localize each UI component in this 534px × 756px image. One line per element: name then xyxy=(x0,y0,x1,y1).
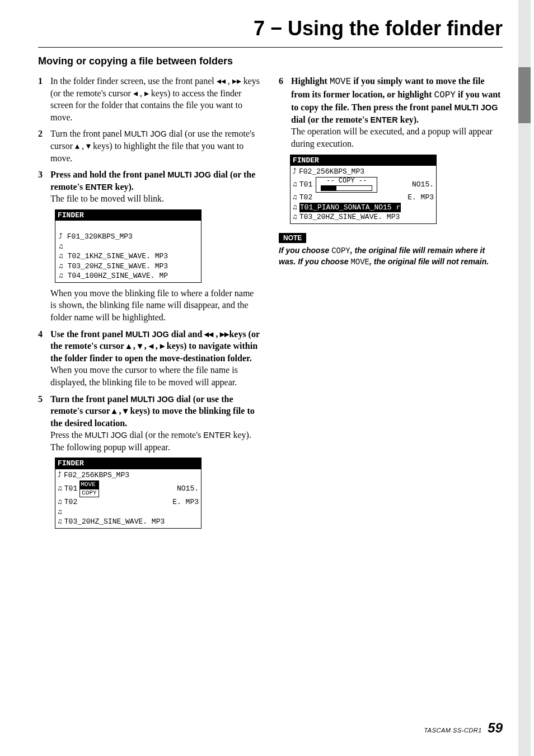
left-icon: ◂ xyxy=(149,341,153,351)
multi-jog-label: MULTI JOG xyxy=(85,431,127,440)
lcd-text: T01 xyxy=(64,484,77,494)
step-5: 5 Turn the front panel MULTI JOG dial (o… xyxy=(38,393,262,454)
multi-jog-label: MULTI JOG xyxy=(455,103,498,112)
lcd-line: T04_100HZ_SINE_WAVE. MP xyxy=(68,272,168,280)
left-icon: ◂ xyxy=(133,88,138,98)
fast-forward-icon: ▸▸ xyxy=(220,329,229,339)
page-number: 59 xyxy=(488,720,503,735)
note-icon: ♫ xyxy=(58,497,62,507)
text: , xyxy=(138,88,144,98)
lcd-line: T02_1KHZ_SINE_WAVE. MP3 xyxy=(68,252,168,260)
lcd-line: F02_256KBPS_MP3 xyxy=(299,167,364,177)
text: , xyxy=(142,341,149,351)
rewind-icon: ◂◂ xyxy=(217,76,226,86)
right-icon: ▸ xyxy=(160,341,165,351)
right-column: 6 Highlight MOVE if you simply want to m… xyxy=(279,75,503,533)
move-literal: MOVE xyxy=(350,258,369,267)
up-icon: ▴ xyxy=(127,341,131,351)
text: Press and hold the front panel xyxy=(50,170,167,179)
lcd-text: E. MP3 xyxy=(172,497,199,507)
text: dial and xyxy=(169,329,205,339)
copy-popup-label: -- COPY -- xyxy=(318,178,374,185)
note-icon: ♫ xyxy=(59,252,63,260)
text: , xyxy=(131,341,138,351)
popup-option-copy: COPY xyxy=(79,489,99,497)
note-icon: ♫ xyxy=(58,507,62,517)
lcd-line: F02_256KBPS_MP3 xyxy=(64,470,129,480)
left-column: 1 In the folder finder screen, use the f… xyxy=(38,75,262,533)
copy-popup: -- COPY -- xyxy=(316,177,377,193)
note-icon: ♫ xyxy=(293,193,297,203)
move-copy-popup: MOVE COPY xyxy=(79,480,99,497)
lcd-line: F01_320KBPS_MP3 xyxy=(67,232,133,241)
note-icon: ♫ xyxy=(58,517,62,527)
progress-bar xyxy=(321,185,372,191)
text: In the folder finder screen, use the fro… xyxy=(50,76,217,86)
lcd-line: T03_20HZ_SINE_WAVE. MP3 xyxy=(68,262,168,270)
step-6: 6 Highlight MOVE if you simply want to m… xyxy=(279,75,503,150)
multi-jog-label: MULTI JOG xyxy=(124,129,167,138)
note-badge: NOTE xyxy=(279,233,306,243)
text: , xyxy=(79,141,86,151)
text: , xyxy=(116,406,123,416)
multi-jog-label: MULTI JOG xyxy=(167,170,211,179)
copy-literal: COPY xyxy=(434,90,456,100)
lcd-line: T03_20HZ_SINE_WAVE. MP3 xyxy=(299,212,400,222)
lcd-text: T01 xyxy=(299,180,312,190)
lcd-header: FINDER xyxy=(55,458,201,469)
divider xyxy=(38,47,503,48)
text: key). xyxy=(398,115,419,124)
text: , xyxy=(226,76,232,86)
popup-option-move: MOVE xyxy=(79,480,99,489)
note-icon: ♫ xyxy=(293,212,297,222)
folder-up-icon: ⤴ xyxy=(58,470,62,480)
sub-text: The operation will be executed, and a po… xyxy=(291,127,493,148)
folder-up-icon: ⤴ xyxy=(59,232,63,241)
lcd-screenshot-1: FINDER ⤴ F01_320KBPS_MP3 ♫ ♫ T02_1KHZ_SI… xyxy=(55,209,202,283)
step-number: 2 xyxy=(38,128,50,164)
text: Highlight xyxy=(291,76,330,86)
note-icon: ♫ xyxy=(59,242,63,251)
note-icon: ♫ xyxy=(293,203,297,213)
enter-label: ENTER xyxy=(85,183,113,192)
lcd-text: T02 xyxy=(299,193,312,203)
sub-text: The file to be moved will blink. xyxy=(50,194,164,203)
sub-text: When you move the cursor to where the fi… xyxy=(50,365,238,387)
text: key). xyxy=(113,182,134,192)
footer-brand: TASCAM SS-CDR1 xyxy=(424,727,481,734)
text: dial (or the remote's xyxy=(128,430,204,440)
step-2: 2 Turn the front panel MULTI JOG dial (o… xyxy=(38,128,262,164)
page-edge-tabs xyxy=(518,0,531,756)
copy-literal: COPY xyxy=(331,246,350,255)
chapter-title: 7 − Using the folder finder xyxy=(38,17,503,40)
paragraph: When you move the blinking file to where… xyxy=(50,287,262,324)
text: dial (or the remote's xyxy=(291,115,371,124)
step-number: 4 xyxy=(38,328,50,389)
right-icon: ▸ xyxy=(144,88,149,98)
down-icon: ▾ xyxy=(138,341,142,351)
lcd-text: NO15. xyxy=(412,180,434,190)
note-icon: ♫ xyxy=(59,262,63,270)
text: Turn the front panel xyxy=(50,394,130,404)
step-4: 4 Use the front panel MULTI JOG dial and… xyxy=(38,328,262,389)
multi-jog-label: MULTI JOG xyxy=(125,330,169,339)
step-1: 1 In the folder finder screen, use the f… xyxy=(38,75,262,123)
lcd-screenshot-3: FINDER ⤴ F02_256KBPS_MP3 ♫ T01 -- COPY -… xyxy=(290,155,437,224)
note-icon: ♫ xyxy=(58,484,62,494)
step-number: 5 xyxy=(38,393,50,454)
section-heading: Moving or copying a file between folders xyxy=(38,55,503,67)
text: Turn the front panel xyxy=(50,129,124,138)
lcd-text: T02 xyxy=(64,497,77,507)
lcd-header: FINDER xyxy=(55,210,201,221)
text: Use the front panel xyxy=(50,329,125,339)
note-text: If you choose COPY, the original file wi… xyxy=(279,245,503,268)
move-literal: MOVE xyxy=(330,77,351,87)
text: , the original file will not remain. xyxy=(369,257,489,266)
lcd-text: E. MP3 xyxy=(407,193,434,203)
step-3-after: When you move the blinking file to where… xyxy=(38,287,262,324)
text: Press the xyxy=(50,430,85,440)
step-number: 3 xyxy=(38,169,50,205)
lcd-line: T03_20HZ_SINE_WAVE. MP3 xyxy=(64,517,165,527)
enter-label: ENTER xyxy=(203,431,231,440)
rewind-icon: ◂◂ xyxy=(204,329,213,339)
